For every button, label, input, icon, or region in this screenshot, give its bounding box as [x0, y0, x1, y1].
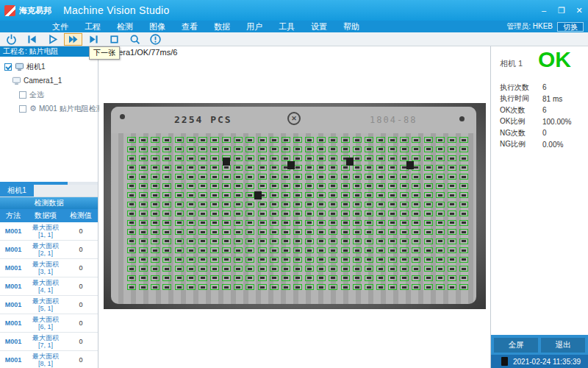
scrollbar-thumb[interactable]: [0, 182, 68, 185]
table-row[interactable]: M001最大面积[7, 1]0: [0, 333, 98, 351]
roi-box: [175, 202, 184, 208]
menu-data[interactable]: 数据: [206, 21, 238, 32]
roi-box: [198, 210, 207, 216]
menu-project[interactable]: 工程: [76, 21, 109, 32]
roi-box: [151, 257, 159, 263]
table-row[interactable]: M001最大面积[3, 1]0: [0, 259, 98, 277]
tree-item-m001[interactable]: ⚙ M001 贴片电阻检测: [0, 102, 98, 116]
roi-box: [245, 146, 254, 152]
menu-help[interactable]: 帮助: [335, 21, 368, 32]
roi-box: [459, 257, 468, 263]
tab-camera1[interactable]: 相机1: [0, 185, 34, 197]
info-button[interactable]: [146, 33, 165, 46]
exit-button[interactable]: 退出: [541, 338, 585, 353]
roi-box: [222, 210, 231, 216]
roi-box: [222, 202, 231, 208]
roi-box: [365, 257, 373, 263]
minimize-button[interactable]: –: [535, 0, 553, 21]
roi-box: [412, 202, 420, 208]
table-row[interactable]: M001最大面积[4, 1]0: [0, 277, 98, 296]
roi-box: [305, 275, 314, 281]
roi-box: [353, 210, 362, 216]
tree-item-camera1[interactable]: 相机1: [0, 60, 98, 74]
menu-detect[interactable]: 检测: [109, 21, 141, 32]
roi-box: [305, 174, 314, 180]
roi-box: [317, 266, 326, 272]
roi-box: [198, 220, 207, 226]
table-row[interactable]: M001最大面积[2, 1]0: [0, 241, 98, 259]
select-all-checkbox[interactable]: [19, 91, 26, 99]
roi-box: [234, 210, 243, 216]
fullscreen-button[interactable]: 全屏: [494, 338, 538, 353]
roi-box: [222, 137, 231, 143]
roi-box: [448, 155, 456, 161]
switch-user-button[interactable]: 切换: [557, 22, 584, 32]
roi-box: [282, 257, 290, 263]
roi-box: [210, 275, 219, 281]
menu-tools[interactable]: 工具: [270, 21, 303, 32]
menu-view[interactable]: 查看: [173, 21, 206, 32]
table-row[interactable]: M001最大面积[5, 1]0: [0, 296, 98, 314]
power-icon: [5, 33, 18, 46]
close-button[interactable]: ✕: [570, 0, 588, 21]
roi-box: [305, 146, 314, 152]
tree-item-label: Camera1_1: [24, 77, 62, 85]
camera1-checkbox[interactable]: [4, 63, 12, 71]
zoom-button[interactable]: [126, 33, 144, 46]
roi-box: [127, 229, 136, 235]
column-item: 数据项: [26, 210, 65, 221]
camera-image[interactable]: 2254 PCS ✕ 1804-88: [104, 103, 486, 309]
menu-image[interactable]: 图像: [141, 21, 173, 32]
roi-box: [329, 284, 337, 290]
horizontal-scrollbar[interactable]: [0, 182, 98, 185]
roi-box: [388, 238, 397, 244]
roi-box: [151, 146, 159, 152]
roi-box: [376, 165, 385, 171]
roi-box: [270, 284, 279, 290]
roi-box: [245, 165, 254, 171]
roi-box: [412, 220, 420, 226]
roi-box: [353, 284, 362, 290]
device-icon: [501, 357, 508, 366]
menu-file[interactable]: 文件: [44, 21, 76, 32]
roi-box: [305, 229, 314, 235]
roi-box: [424, 229, 433, 235]
dark-component: [223, 158, 230, 166]
run-button[interactable]: [43, 33, 62, 46]
first-image-button[interactable]: [23, 33, 41, 46]
roi-box: [412, 146, 420, 152]
tree-item-select-all[interactable]: 全选: [0, 88, 98, 102]
roi-box: [293, 247, 302, 253]
roi-box: [412, 174, 420, 180]
roi-box: [376, 247, 385, 253]
next-image-icon: [67, 33, 79, 46]
roi-box: [210, 202, 219, 208]
tree-item-camera1-1[interactable]: Camera1_1: [0, 74, 98, 88]
power-button[interactable]: [2, 33, 21, 46]
magnifier-icon: [129, 33, 141, 46]
table-row[interactable]: M001最大面积[1, 1]0: [0, 222, 98, 241]
roi-box: [448, 284, 456, 290]
menu-settings[interactable]: 设置: [303, 21, 335, 32]
next-image-button[interactable]: [64, 33, 82, 46]
roi-box: [365, 247, 373, 253]
stop-button[interactable]: [105, 33, 123, 46]
roi-box: [151, 183, 159, 189]
stop-icon: [108, 33, 121, 46]
maximize-button[interactable]: ❐: [553, 0, 570, 21]
menu-user[interactable]: 用户: [238, 21, 270, 32]
roi-box: [293, 202, 302, 208]
table-row[interactable]: M001最大面积[8, 1]0: [0, 351, 98, 368]
image-viewer[interactable]: Camera1/OK/77ms/6 2254 PCS ✕ 1804-88: [99, 46, 490, 368]
table-row[interactable]: M001最大面积[6, 1]0: [0, 314, 98, 333]
roi-box: [162, 220, 171, 226]
roi-box: [365, 202, 373, 208]
roi-box: [305, 210, 314, 216]
roi-box: [448, 137, 456, 143]
last-image-button[interactable]: [85, 33, 103, 46]
roi-box: [388, 220, 397, 226]
m001-checkbox[interactable]: [19, 105, 26, 113]
roi-box: [270, 202, 279, 208]
roi-box: [365, 137, 373, 143]
roi-box: [282, 183, 290, 189]
